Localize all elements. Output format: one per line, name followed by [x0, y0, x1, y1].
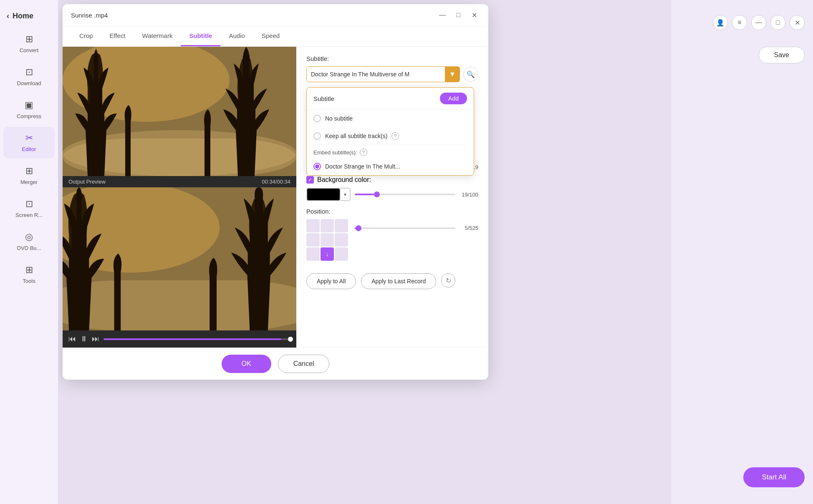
dialog-controls: — □ ✕: [437, 9, 480, 21]
pos-top-left[interactable]: [306, 219, 320, 232]
sidebar-item-label: Tools: [23, 278, 35, 284]
down-arrow-icon: ↓: [326, 251, 329, 257]
doctor-strange-radio[interactable]: [313, 163, 321, 170]
subtitle-dropdown-arrow[interactable]: ▼: [445, 66, 460, 82]
minimize-button[interactable]: —: [437, 9, 448, 21]
sidebar-item-tools[interactable]: ⊞ Tools: [3, 259, 55, 290]
embed-help-icon[interactable]: ?: [360, 149, 367, 156]
pos-bot-center[interactable]: ↓: [321, 247, 334, 261]
subtitle-select-display[interactable]: Doctor Strange In The Multiverse of M: [306, 66, 460, 82]
window-minimize-button[interactable]: —: [751, 15, 766, 30]
keep-all-label: Keep all subtitle track(s): [325, 133, 387, 139]
dvd-icon: ◎: [25, 232, 33, 242]
main-area: Sunrise .mp4 — □ ✕ Crop Effect Watermark…: [58, 0, 671, 504]
pos-bot-left[interactable]: [306, 247, 320, 261]
tab-speed[interactable]: Speed: [253, 26, 288, 46]
sidebar-item-label: DVD Bu...: [17, 245, 41, 251]
position-value: 5/525: [460, 225, 478, 231]
bg-opacity-fill: [355, 194, 374, 195]
sidebar-item-merger[interactable]: ⊞ Merger: [3, 160, 55, 191]
keep-all-help-icon[interactable]: ?: [391, 132, 399, 140]
tab-watermark[interactable]: Watermark: [134, 26, 181, 46]
color-box[interactable]: [307, 188, 340, 201]
bg-color-checkbox[interactable]: ✓: [306, 176, 314, 184]
sidebar-item-screen[interactable]: ⊡ Screen R...: [3, 193, 55, 224]
sidebar-item-dvd[interactable]: ◎ DVD Bu...: [3, 226, 55, 257]
dropdown-option-doctor-strange[interactable]: Doctor Strange In The Mult...: [307, 158, 474, 175]
window-close-button[interactable]: ✕: [790, 15, 805, 30]
pos-top-center[interactable]: [321, 219, 334, 232]
sidebar-item-label: Convert: [20, 47, 39, 53]
subtitle-section-label: Subtitle:: [306, 55, 478, 62]
refresh-button[interactable]: ↻: [441, 273, 455, 287]
dialog-title: Sunrise .mp4: [71, 12, 108, 19]
tab-audio[interactable]: Audio: [220, 26, 253, 46]
tools-icon: ⊞: [25, 265, 33, 275]
position-thumb[interactable]: [356, 225, 361, 231]
tab-effect[interactable]: Effect: [101, 26, 134, 46]
pos-top-right[interactable]: [335, 219, 348, 232]
profile-icon-button[interactable]: 👤: [713, 15, 728, 30]
rewind-button[interactable]: ⏮: [68, 335, 76, 343]
color-row: ▼ 19/100: [306, 188, 478, 201]
bg-opacity-slider[interactable]: [355, 194, 455, 195]
pos-mid-center[interactable]: [321, 233, 334, 247]
ok-button[interactable]: OK: [222, 355, 271, 373]
pos-mid-left[interactable]: [306, 233, 320, 247]
color-dropdown-arrow[interactable]: ▼: [340, 188, 350, 201]
tab-bar: Crop Effect Watermark Subtitle Audio Spe…: [63, 26, 488, 47]
sidebar-item-compress[interactable]: ▣ Compress: [3, 94, 55, 125]
sidebar-item-label: Merger: [20, 179, 38, 185]
sidebar-item-convert[interactable]: ⊞ Convert: [3, 28, 55, 59]
dropdown-option-keep-all[interactable]: Keep all subtitle track(s) ?: [307, 127, 474, 145]
collapse-icon[interactable]: ‹: [7, 12, 9, 20]
dialog-window: Sunrise .mp4 — □ ✕ Crop Effect Watermark…: [63, 4, 488, 380]
embed-section-label: Embed subtitle(s): ?: [307, 145, 474, 158]
bg-opacity-value: 19/100: [460, 192, 478, 198]
progress-bar[interactable]: [104, 338, 290, 340]
tab-crop[interactable]: Crop: [71, 26, 101, 46]
sidebar-item-label: Compress: [17, 113, 41, 119]
subtitle-select-container: Doctor Strange In The Multiverse of M ▼ …: [306, 66, 478, 82]
apply-all-button[interactable]: Apply to All: [306, 273, 356, 289]
dialog-titlebar: Sunrise .mp4 — □ ✕: [63, 4, 488, 26]
keep-all-radio[interactable]: [313, 132, 321, 140]
cancel-button[interactable]: Cancel: [278, 355, 330, 373]
video-bottom-preview: [63, 187, 296, 330]
video-controls: ⏮ ⏸ ⏭: [63, 330, 296, 348]
maximize-button[interactable]: □: [452, 9, 464, 21]
progress-thumb[interactable]: [288, 337, 293, 342]
apply-last-button[interactable]: Apply to Last Record: [361, 273, 436, 289]
pos-mid-right[interactable]: [335, 233, 348, 247]
pos-bot-right[interactable]: [335, 247, 348, 261]
video-area: Output Preview 00:34/00:34: [63, 47, 296, 348]
position-slider[interactable]: [355, 227, 455, 229]
merger-icon: ⊞: [25, 166, 33, 176]
sidebar-home[interactable]: ‹ Home: [0, 8, 58, 27]
no-subtitle-radio[interactable]: [313, 115, 321, 122]
subtitle-search-button[interactable]: 🔍: [463, 67, 478, 82]
start-all-button[interactable]: Start All: [743, 467, 805, 487]
subtitle-select-row: Doctor Strange In The Multiverse of M ▼ …: [306, 66, 478, 82]
video-label-row: Output Preview 00:34/00:34: [63, 176, 296, 187]
menu-icon-button[interactable]: ≡: [732, 15, 747, 30]
tab-subtitle[interactable]: Subtitle: [181, 26, 220, 46]
dialog-overlay: Sunrise .mp4 — □ ✕ Crop Effect Watermark…: [58, 0, 671, 504]
close-button[interactable]: ✕: [468, 9, 480, 21]
pause-button[interactable]: ⏸: [80, 335, 88, 343]
position-row: ↓ 5/525: [306, 219, 478, 265]
add-subtitle-button[interactable]: Add: [440, 93, 467, 104]
right-top: 👤 ≡ — □ ✕: [713, 8, 805, 30]
window-maximize-button[interactable]: □: [770, 15, 785, 30]
bg-opacity-thumb[interactable]: [374, 192, 380, 197]
home-label: Home: [13, 12, 33, 20]
dropdown-option-no-subtitle[interactable]: No subtitle: [307, 110, 474, 127]
save-button[interactable]: Save: [759, 47, 805, 63]
no-subtitle-label: No subtitle: [325, 115, 353, 122]
forward-button[interactable]: ⏭: [92, 335, 99, 343]
compress-icon: ▣: [25, 100, 33, 111]
screen-icon: ⊡: [25, 199, 33, 209]
dialog-body: Output Preview 00:34/00:34: [63, 47, 488, 348]
sidebar-item-editor[interactable]: ✂ Editor: [3, 127, 55, 158]
sidebar-item-download[interactable]: ⊡ Download: [3, 61, 55, 92]
